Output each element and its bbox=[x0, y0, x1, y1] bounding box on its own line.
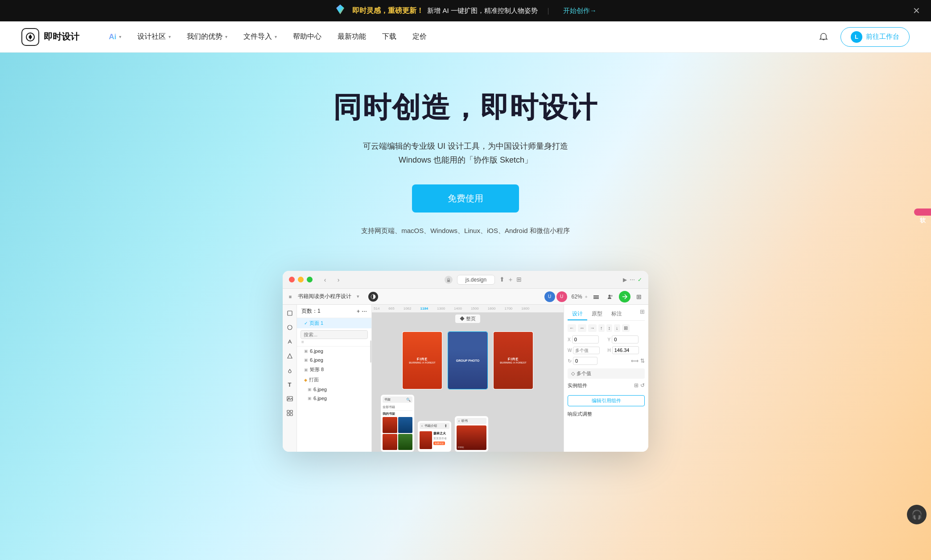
goto-workspace-button[interactable]: L 前往工作台 bbox=[840, 27, 910, 47]
toolbar-zoom-plus[interactable]: + bbox=[585, 294, 588, 299]
layer-page-1[interactable]: ✓ 页面 1 bbox=[297, 318, 371, 328]
tool-triangle[interactable] bbox=[285, 351, 295, 361]
canvas-frame-3[interactable]: FIRE BURNING A FOREST bbox=[493, 331, 533, 389]
titlebar-share-icon[interactable]: ⬆ bbox=[499, 276, 505, 284]
titlebar-check-icon[interactable]: ✓ bbox=[638, 277, 642, 283]
layer-add-icon[interactable]: + bbox=[357, 308, 360, 315]
tool-text[interactable]: T bbox=[285, 380, 295, 389]
svg-rect-2 bbox=[447, 280, 450, 282]
window-nav-forward[interactable]: › bbox=[334, 275, 343, 285]
format-align-bottom[interactable]: ↓ bbox=[614, 324, 620, 332]
layer-item-3[interactable]: ▣ 矩形 8 bbox=[297, 364, 371, 375]
hero-cta-button[interactable]: 免费使用 bbox=[412, 184, 519, 213]
nav-item-advantage[interactable]: 我们的优势 ▾ bbox=[179, 21, 235, 53]
panel-x-input[interactable] bbox=[572, 335, 599, 343]
panel-w-input[interactable] bbox=[573, 347, 600, 354]
tool-image[interactable] bbox=[285, 394, 295, 404]
panel-y-input[interactable] bbox=[612, 335, 639, 343]
layer-search: ≡ bbox=[297, 328, 371, 347]
toolbar-menu-icon[interactable]: ≡ bbox=[286, 293, 294, 301]
toolbar-share-button[interactable] bbox=[619, 291, 630, 302]
notification-button[interactable] bbox=[816, 29, 832, 45]
window-maximize-dot[interactable] bbox=[307, 277, 313, 282]
floating-chat-widget[interactable]: 软 bbox=[914, 208, 931, 216]
panel-x-label: X bbox=[568, 337, 571, 342]
panel-tab-prototype[interactable]: 原型 bbox=[587, 308, 607, 320]
nav-item-ai-label: Ai bbox=[109, 33, 116, 41]
mini-book-detail-cover bbox=[420, 431, 432, 449]
titlebar-add-tab-icon[interactable]: ＋ bbox=[507, 276, 514, 284]
nav-item-import[interactable]: 文件导入 ▾ bbox=[235, 21, 285, 53]
panel-instance-detach-icon[interactable]: ⊞ bbox=[634, 382, 639, 389]
nav-item-features[interactable]: 最新功能 bbox=[330, 21, 374, 53]
format-align-left[interactable]: ← bbox=[568, 324, 576, 332]
toolbar-avatar-1: U bbox=[544, 291, 555, 302]
book-cover-group: GROUP PHOTO bbox=[448, 332, 487, 389]
svg-rect-6 bbox=[593, 298, 599, 299]
window-close-dot[interactable] bbox=[289, 277, 295, 282]
nav-item-ai[interactable]: Ai ▾ bbox=[101, 21, 129, 53]
tool-select[interactable] bbox=[285, 308, 295, 318]
layer-item-5-label: 6.jpeg bbox=[313, 387, 327, 392]
layer-item-4[interactable]: ◆ 打面 bbox=[297, 375, 371, 385]
titlebar-grid-icon[interactable]: ⊞ bbox=[516, 276, 522, 284]
tool-pen[interactable] bbox=[285, 337, 295, 347]
nav-item-download[interactable]: 下载 bbox=[374, 21, 404, 53]
canvas-frame-1[interactable]: FIRE BURNING A FOREST bbox=[402, 331, 442, 389]
toolbar-grid-icon[interactable]: ⊞ bbox=[633, 291, 645, 302]
svg-marker-12 bbox=[288, 354, 292, 358]
nav-item-help[interactable]: 帮助中心 bbox=[285, 21, 330, 53]
panel-tab-design[interactable]: 设计 bbox=[568, 308, 587, 320]
panel-multi-value-toggle[interactable]: ◇ 多个值 bbox=[568, 368, 645, 379]
tool-component[interactable] bbox=[285, 408, 295, 418]
titlebar-more-icon[interactable]: ⋯ bbox=[630, 277, 635, 283]
format-distribute[interactable]: ⊞ bbox=[622, 324, 630, 332]
format-align-top[interactable]: ↑ bbox=[598, 324, 605, 332]
panel-instance-reset-icon[interactable]: ↺ bbox=[640, 382, 645, 389]
layer-item-2[interactable]: ▣ 6.jpeg bbox=[297, 356, 371, 364]
canvas-frame-2[interactable]: GROUP PHOTO bbox=[448, 331, 488, 389]
panel-h-input[interactable] bbox=[612, 346, 639, 354]
panel-flip-h-icon[interactable]: ⟺ bbox=[631, 358, 639, 364]
tool-paint[interactable] bbox=[285, 365, 295, 375]
toolbar-dropdown-arrow[interactable]: ▾ bbox=[357, 294, 359, 299]
layer-search-input[interactable] bbox=[301, 330, 368, 339]
logo[interactable]: 即时设计 bbox=[21, 28, 79, 46]
svg-point-7 bbox=[609, 294, 611, 297]
nav-item-community[interactable]: 设计社区 ▾ bbox=[129, 21, 179, 53]
layer-page-1-label: 页面 1 bbox=[309, 320, 323, 327]
banner-close-button[interactable]: ✕ bbox=[913, 5, 920, 16]
titlebar-url[interactable]: js.design bbox=[457, 275, 495, 285]
window-nav-back[interactable]: ‹ bbox=[320, 275, 330, 285]
mini-screen-bookshelf: 书架 🔍 全部书籍 我的书架 bbox=[381, 395, 414, 452]
layer-item-6[interactable]: ▣ 6.jpeg bbox=[297, 394, 371, 403]
panel-multi-value-icon: ◇ bbox=[571, 371, 575, 376]
layer-item-4-label: 打面 bbox=[309, 376, 319, 383]
mini-book-1 bbox=[383, 417, 397, 433]
layer-item-5[interactable]: ▣ 6.jpeg bbox=[297, 385, 371, 394]
banner-cta[interactable]: 开始创作→ bbox=[563, 7, 597, 15]
toolbar-zoom[interactable]: 62% bbox=[572, 294, 582, 300]
panel-edit-component-button[interactable]: 编辑引用组件 bbox=[568, 395, 645, 406]
panel-y-label: Y bbox=[608, 337, 611, 342]
panel-flip-v-icon[interactable]: ⇅ bbox=[640, 358, 645, 364]
tool-frame[interactable] bbox=[285, 323, 295, 332]
layer-more-icon[interactable]: ⋯ bbox=[362, 308, 367, 315]
toolbar-theme-switcher[interactable] bbox=[368, 292, 378, 302]
nav-item-pricing[interactable]: 定价 bbox=[404, 21, 435, 53]
floating-headset-button[interactable]: 🎧 bbox=[907, 505, 927, 524]
layer-item-1[interactable]: ▣ 6.jpeg bbox=[297, 347, 371, 356]
panel-flip-icons: ⟺ ⇅ bbox=[631, 357, 645, 365]
app-preview-window: ‹ › js.design ⬆ ＋ ⊞ bbox=[283, 271, 648, 452]
titlebar-play-icon[interactable]: ▶ bbox=[623, 277, 627, 283]
toolbar-users-icon[interactable] bbox=[605, 291, 616, 302]
window-minimize-dot[interactable] bbox=[298, 277, 304, 282]
panel-tab-annotate[interactable]: 标注 bbox=[607, 308, 626, 320]
panel-grid-icon[interactable]: ⊞ bbox=[640, 308, 645, 320]
panel-rotation-input[interactable] bbox=[573, 357, 597, 365]
toolbar-layers-icon[interactable] bbox=[590, 291, 602, 302]
layer-panel-scrollbar[interactable] bbox=[370, 340, 371, 363]
format-align-middle[interactable]: ↕ bbox=[606, 324, 613, 332]
format-align-right[interactable]: → bbox=[588, 324, 597, 332]
format-align-center[interactable]: ↔ bbox=[578, 324, 586, 332]
